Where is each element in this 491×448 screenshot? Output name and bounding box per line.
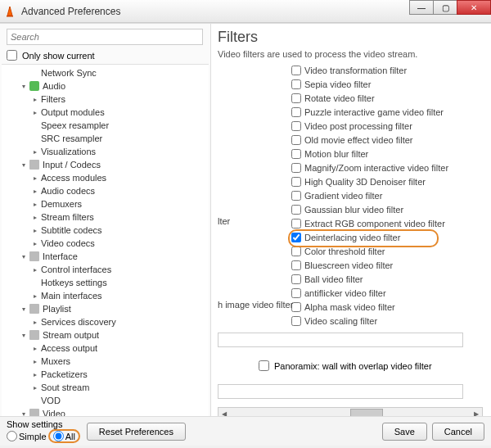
expander-open-icon[interactable]: ▾ — [20, 410, 28, 416]
horizontal-scrollbar[interactable]: ◀ ▶ — [218, 407, 483, 416]
tree-label: Services discovery — [41, 317, 116, 327]
expander-closed-icon[interactable]: ▸ — [31, 108, 39, 116]
filter-checkbox[interactable] — [291, 247, 301, 256]
tree-row[interactable]: ▸Access modules — [5, 171, 209, 184]
tree-row[interactable]: ▾Audio — [5, 79, 209, 93]
panoramix-checkbox[interactable] — [259, 360, 269, 371]
right-panel: Filters Video filters are used to proces… — [211, 24, 491, 416]
reset-preferences-button[interactable]: Reset Preferences — [87, 423, 186, 441]
expander-closed-icon[interactable]: ▸ — [31, 95, 39, 103]
tree-row[interactable]: ▾Input / Codecs — [5, 158, 209, 171]
tree-row[interactable]: ▸Audio codecs — [5, 184, 209, 197]
filter-checkbox[interactable] — [291, 191, 301, 201]
expander-closed-icon[interactable]: ▸ — [31, 147, 39, 156]
expander-open-icon[interactable]: ▾ — [20, 305, 28, 313]
filter-item: Rotate video filter — [291, 92, 483, 105]
filter-checkbox[interactable] — [291, 149, 301, 159]
filter-checkbox[interactable] — [291, 177, 301, 187]
simple-radio-label[interactable]: Simple — [7, 431, 47, 441]
tree-row[interactable]: ▸Stream filters — [5, 210, 209, 224]
scroll-right-icon[interactable]: ▶ — [471, 410, 482, 417]
tree-row[interactable]: ▸Subtitle codecs — [5, 224, 209, 237]
preference-tree[interactable]: Network Sync▾Audio▸Filters▸Output module… — [2, 64, 209, 416]
all-radio[interactable] — [53, 431, 64, 441]
tree-row[interactable]: ▸Output modules — [5, 106, 209, 119]
expander-closed-icon[interactable]: ▸ — [31, 344, 39, 352]
filter-checkbox[interactable] — [291, 163, 301, 173]
filter-item: Video post processing filter — [291, 120, 483, 133]
tree-row[interactable]: ▾Playlist — [5, 302, 209, 315]
filter-checkbox[interactable] — [291, 121, 301, 131]
audio-category-icon — [29, 81, 39, 91]
expander-closed-icon[interactable]: ▸ — [31, 239, 39, 247]
expander-closed-icon[interactable]: ▸ — [31, 383, 39, 391]
generic-category-icon — [29, 409, 39, 416]
tree-row[interactable]: ▾Stream output — [5, 328, 209, 342]
expander-open-icon[interactable]: ▾ — [20, 161, 28, 169]
tree-row[interactable]: ▾Interface — [5, 250, 209, 263]
expander-closed-icon[interactable]: ▸ — [31, 292, 39, 300]
expander-closed-icon[interactable]: ▸ — [31, 226, 39, 234]
filter-list: Video transformation filterSepia video f… — [218, 64, 483, 328]
filter-checkbox[interactable] — [291, 288, 301, 298]
filter-checkbox[interactable] — [291, 107, 301, 117]
tree-row[interactable]: ▸Packetizers — [5, 368, 209, 381]
filter-checkbox[interactable] — [291, 93, 301, 103]
cancel-button[interactable]: Cancel — [432, 423, 484, 441]
tree-row[interactable]: ▸Access output — [5, 342, 209, 355]
minimize-button[interactable]: — — [409, 0, 434, 15]
tree-row[interactable]: ▸Services discovery — [5, 315, 209, 328]
all-radio-label[interactable]: All — [48, 429, 80, 443]
filter-checkbox[interactable] — [291, 205, 301, 215]
filter-text-input-1[interactable] — [218, 333, 463, 347]
panel-description: Video filters are used to process the vi… — [218, 49, 483, 59]
expander-closed-icon[interactable]: ▸ — [31, 370, 39, 378]
expander-closed-icon[interactable]: ▸ — [31, 174, 39, 182]
tree-row[interactable]: ▸Control interfaces — [5, 263, 209, 276]
maximize-button[interactable]: ▢ — [433, 0, 457, 15]
tree-row[interactable]: Network Sync — [5, 66, 209, 79]
tree-row[interactable]: ▸Main interfaces — [5, 289, 209, 302]
tree-row[interactable]: ▸Filters — [5, 93, 209, 106]
expander-closed-icon[interactable]: ▸ — [31, 187, 39, 195]
search-input[interactable] — [7, 29, 203, 45]
scroll-left-icon[interactable]: ◀ — [218, 410, 230, 417]
filter-text-input-2[interactable] — [218, 384, 463, 399]
svg-rect-1 — [7, 16, 13, 17]
tree-row[interactable]: Speex resampler — [5, 119, 209, 132]
tree-row[interactable]: VOD — [5, 394, 209, 407]
save-button[interactable]: Save — [382, 423, 427, 441]
filter-checkbox[interactable] — [291, 274, 301, 284]
expander-open-icon[interactable]: ▾ — [20, 252, 28, 260]
filter-checkbox[interactable] — [291, 66, 301, 75]
filter-checkbox[interactable] — [291, 316, 301, 326]
show-settings-group: Show settings Simple All — [7, 419, 80, 443]
expander-none — [31, 69, 39, 77]
tree-row[interactable]: ▸Sout stream — [5, 381, 209, 394]
tree-label: Sout stream — [41, 382, 89, 392]
close-button[interactable]: ✕ — [457, 0, 491, 15]
expander-open-icon[interactable]: ▾ — [20, 331, 28, 339]
tree-row[interactable]: ▾Video — [5, 407, 209, 416]
filter-checkbox[interactable] — [291, 233, 301, 242]
simple-radio[interactable] — [7, 431, 17, 441]
expander-closed-icon[interactable]: ▸ — [31, 318, 39, 326]
tree-row[interactable]: Hotkeys settings — [5, 276, 209, 289]
tree-row[interactable]: ▸Demuxers — [5, 197, 209, 210]
expander-closed-icon[interactable]: ▸ — [31, 357, 39, 365]
tree-row[interactable]: ▸Visualizations — [5, 145, 209, 158]
tree-row[interactable]: ▸Video codecs — [5, 237, 209, 250]
expander-closed-icon[interactable]: ▸ — [31, 265, 39, 274]
expander-closed-icon[interactable]: ▸ — [31, 200, 39, 208]
filter-checkbox[interactable] — [291, 79, 301, 89]
filter-checkbox[interactable] — [291, 135, 301, 145]
expander-open-icon[interactable]: ▾ — [20, 82, 28, 90]
filter-checkbox[interactable] — [291, 219, 301, 229]
filter-checkbox[interactable] — [291, 260, 301, 270]
scroll-thumb[interactable] — [350, 409, 383, 416]
tree-row[interactable]: SRC resampler — [5, 132, 209, 145]
expander-none — [31, 396, 39, 405]
expander-closed-icon[interactable]: ▸ — [31, 213, 39, 221]
tree-row[interactable]: ▸Muxers — [5, 355, 209, 368]
only-show-current-checkbox[interactable] — [7, 50, 17, 61]
